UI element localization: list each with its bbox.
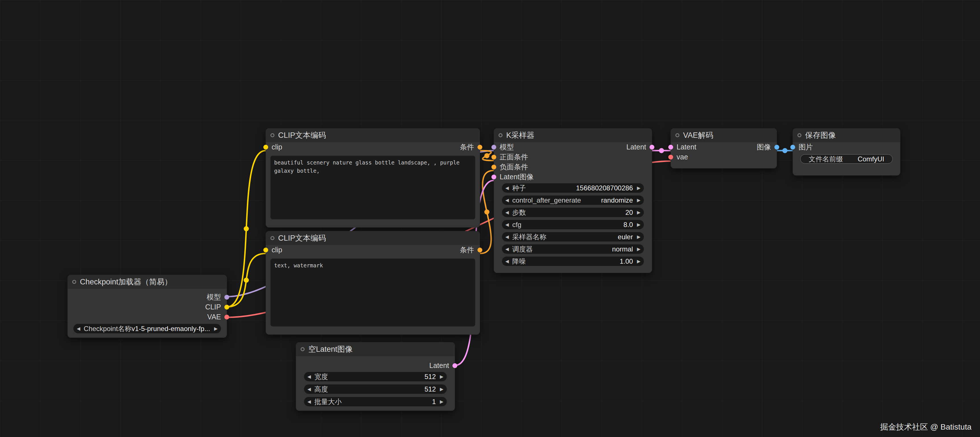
- decrement-arrow-icon[interactable]: ◀: [307, 399, 311, 404]
- decrement-arrow-icon[interactable]: ◀: [505, 210, 509, 215]
- output-dot-latent[interactable]: [452, 363, 457, 368]
- collapse-dot-icon[interactable]: [270, 133, 274, 137]
- node-title: CLIP文本编码: [278, 130, 326, 140]
- steps-widget[interactable]: ◀ 步数 20 ▶: [502, 208, 644, 217]
- increment-arrow-icon[interactable]: ▶: [440, 374, 443, 379]
- node-vae-decode[interactable]: VAE解码 Latent 图像 vae: [671, 128, 777, 168]
- increment-arrow-icon[interactable]: ▶: [637, 258, 640, 264]
- output-slot-vae[interactable]: VAE: [68, 312, 227, 322]
- output-slot-model[interactable]: 模型: [68, 292, 227, 302]
- input-dot-vae[interactable]: [668, 155, 673, 159]
- output-dot-conditioning[interactable]: [477, 247, 482, 252]
- output-dot-latent[interactable]: [649, 145, 654, 149]
- prompt-textarea[interactable]: text, watermark: [270, 258, 475, 326]
- input-dot-clip[interactable]: [263, 145, 268, 149]
- node-empty-latent-image[interactable]: 空Latent图像 Latent ◀ 宽度 512 ▶ ◀ 高度 512 ▶ ◀…: [296, 342, 455, 411]
- node-title: 空Latent图像: [308, 344, 353, 354]
- decrement-arrow-icon[interactable]: ◀: [505, 222, 509, 227]
- input-dot-latent-image[interactable]: [492, 174, 496, 179]
- widget-value: euler: [546, 233, 633, 241]
- node-title: K采样器: [506, 130, 535, 140]
- output-dot-vae[interactable]: [224, 315, 229, 319]
- control-after-generate-widget[interactable]: ◀ control_after_generate randomize ▶: [502, 195, 644, 205]
- input-dot-image[interactable]: [790, 145, 795, 149]
- increment-arrow-icon[interactable]: ▶: [637, 246, 640, 252]
- node-header[interactable]: Checkpoint加载器（简易）: [68, 275, 227, 289]
- denoise-widget[interactable]: ◀ 降噪 1.00 ▶: [502, 256, 644, 266]
- node-clip-text-encode-negative[interactable]: CLIP文本编码 clip 条件 text, watermark: [266, 231, 480, 335]
- scheduler-widget[interactable]: ◀ 调度器 normal ▶: [502, 244, 644, 254]
- width-widget[interactable]: ◀ 宽度 512 ▶: [304, 372, 447, 381]
- input-dot-clip[interactable]: [263, 247, 268, 252]
- link-midpoint-dot: [659, 148, 664, 153]
- increment-arrow-icon[interactable]: ▶: [637, 234, 640, 239]
- cfg-widget[interactable]: ◀ cfg 8.0 ▶: [502, 220, 644, 229]
- widget-value: 8.0: [521, 221, 633, 229]
- slot-row: clip 条件: [266, 245, 480, 255]
- collapse-dot-icon[interactable]: [301, 347, 305, 351]
- decrement-arrow-icon[interactable]: ◀: [505, 198, 509, 203]
- decrement-arrow-icon[interactable]: ◀: [307, 374, 311, 379]
- node-header[interactable]: 保存图像: [793, 128, 900, 142]
- increment-arrow-icon[interactable]: ▶: [637, 185, 640, 191]
- height-widget[interactable]: ◀ 高度 512 ▶: [304, 385, 447, 394]
- decrement-arrow-icon[interactable]: ◀: [505, 185, 509, 191]
- node-graph-canvas[interactable]: Checkpoint加载器（简易） 模型 CLIP VAE ◀ Checkpoi…: [0, 0, 980, 437]
- increment-arrow-icon[interactable]: ▶: [637, 222, 640, 227]
- seed-widget[interactable]: ◀ 种子 156680208700286 ▶: [502, 183, 644, 193]
- decrement-arrow-icon[interactable]: ◀: [505, 246, 509, 252]
- node-title: CLIP文本编码: [278, 233, 326, 243]
- collapse-dot-icon[interactable]: [270, 236, 274, 240]
- decrement-arrow-icon[interactable]: ◀: [505, 258, 509, 264]
- input-slot-latent-image[interactable]: Latent图像: [494, 172, 652, 182]
- widget-label: cfg: [512, 221, 521, 229]
- increment-arrow-icon[interactable]: ▶: [214, 326, 218, 331]
- widget-value: 1: [342, 398, 436, 406]
- node-ksampler[interactable]: K采样器 模型 Latent 正面条件 负面条件 Latent图像: [494, 128, 652, 273]
- filename-prefix-widget[interactable]: 文件名前缀 ComfyUI: [800, 154, 893, 164]
- widget-label: 种子: [512, 184, 526, 193]
- node-header[interactable]: K采样器: [494, 128, 652, 142]
- increment-arrow-icon[interactable]: ▶: [637, 198, 640, 203]
- node-header[interactable]: CLIP文本编码: [266, 231, 480, 245]
- node-header[interactable]: 空Latent图像: [296, 342, 455, 356]
- input-dot-negative[interactable]: [492, 165, 496, 169]
- input-slot-vae[interactable]: vae: [671, 152, 777, 162]
- output-dot-conditioning[interactable]: [477, 145, 482, 149]
- decrement-arrow-icon[interactable]: ◀: [505, 234, 509, 239]
- output-slot-clip[interactable]: CLIP: [68, 302, 227, 312]
- decrement-arrow-icon[interactable]: ◀: [307, 386, 311, 392]
- node-header[interactable]: CLIP文本编码: [266, 128, 480, 142]
- input-dot-latent[interactable]: [668, 145, 673, 149]
- node-checkpoint-loader[interactable]: Checkpoint加载器（简易） 模型 CLIP VAE ◀ Checkpoi…: [67, 275, 227, 338]
- output-dot-clip[interactable]: [224, 305, 229, 309]
- input-slot-clip: clip: [272, 246, 282, 254]
- increment-arrow-icon[interactable]: ▶: [440, 386, 443, 392]
- increment-arrow-icon[interactable]: ▶: [440, 399, 443, 404]
- input-dot-model[interactable]: [492, 145, 496, 149]
- link-midpoint-dot: [484, 153, 490, 158]
- collapse-dot-icon[interactable]: [797, 133, 802, 137]
- node-save-image[interactable]: 保存图像 图片 文件名前缀 ComfyUI: [792, 128, 900, 176]
- collapse-dot-icon[interactable]: [675, 133, 679, 137]
- prompt-textarea[interactable]: beautiful scenery nature glass bottle la…: [270, 156, 475, 219]
- output-dot-model[interactable]: [224, 294, 229, 299]
- sampler-name-widget[interactable]: ◀ 采样器名称 euler ▶: [502, 232, 644, 242]
- increment-arrow-icon[interactable]: ▶: [637, 210, 640, 215]
- node-clip-text-encode-positive[interactable]: CLIP文本编码 clip 条件 beautiful scenery natur…: [266, 128, 480, 228]
- input-slot-positive[interactable]: 正面条件: [494, 152, 652, 162]
- widget-value: v1-5-pruned-emaonly-fp...: [131, 325, 210, 333]
- output-dot-image[interactable]: [775, 145, 779, 149]
- checkpoint-name-widget[interactable]: ◀ Checkpoint名称 v1-5-pruned-emaonly-fp...…: [73, 324, 221, 333]
- link-midpoint-dot: [782, 148, 788, 153]
- decrement-arrow-icon[interactable]: ◀: [77, 326, 80, 331]
- output-slot-latent[interactable]: Latent: [296, 361, 455, 370]
- node-header[interactable]: VAE解码: [671, 128, 777, 142]
- input-slot-negative[interactable]: 负面条件: [494, 162, 652, 172]
- collapse-dot-icon[interactable]: [498, 133, 503, 137]
- input-dot-positive[interactable]: [492, 155, 496, 159]
- widget-value: normal: [533, 245, 633, 253]
- collapse-dot-icon[interactable]: [72, 280, 76, 284]
- input-slot-image[interactable]: 图片: [793, 142, 900, 152]
- batch-size-widget[interactable]: ◀ 批量大小 1 ▶: [304, 397, 447, 406]
